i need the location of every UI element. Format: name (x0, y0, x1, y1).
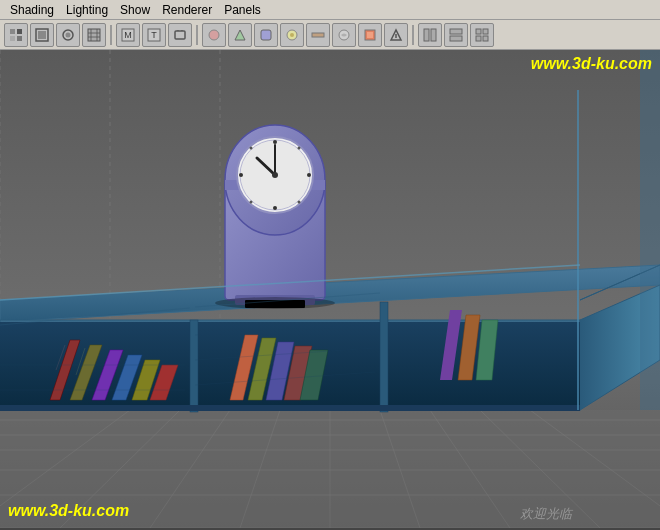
toolbar-btn-11[interactable] (280, 23, 304, 47)
svg-point-90 (298, 147, 301, 150)
svg-rect-26 (367, 32, 373, 38)
toolbar-btn-1[interactable] (4, 23, 28, 47)
toolbar-btn-12[interactable] (306, 23, 330, 47)
toolbar-btn-6[interactable]: T (142, 23, 166, 47)
menu-show[interactable]: Show (114, 3, 156, 17)
svg-rect-29 (431, 29, 436, 41)
toolbar-btn-5[interactable]: M (116, 23, 140, 47)
toolbar-separator-3 (412, 25, 414, 45)
svg-rect-20 (261, 30, 271, 40)
svg-rect-79 (0, 405, 580, 411)
svg-rect-101 (640, 50, 660, 410)
svg-point-99 (215, 297, 335, 309)
toolbar-btn-17[interactable] (444, 23, 468, 47)
svg-point-92 (298, 201, 301, 204)
svg-text:欢迎光临: 欢迎光临 (520, 506, 574, 521)
menu-bar: Shading Lighting Show Renderer Panels (0, 0, 660, 20)
svg-rect-23 (312, 33, 324, 37)
svg-rect-0 (10, 29, 15, 34)
svg-rect-34 (476, 36, 481, 41)
svg-marker-19 (235, 30, 245, 40)
toolbar: M T (0, 20, 660, 50)
svg-rect-8 (88, 29, 100, 41)
svg-rect-31 (450, 36, 462, 41)
scene-svg: 欢迎光临 (0, 50, 660, 528)
svg-point-95 (272, 172, 278, 178)
svg-rect-5 (38, 31, 46, 39)
svg-point-85 (273, 140, 277, 144)
svg-rect-32 (476, 29, 481, 34)
menu-panels[interactable]: Panels (218, 3, 267, 17)
svg-rect-3 (17, 36, 22, 41)
toolbar-btn-15[interactable] (384, 23, 408, 47)
toolbar-btn-2[interactable] (30, 23, 54, 47)
svg-rect-2 (10, 36, 15, 41)
toolbar-btn-8[interactable] (202, 23, 226, 47)
svg-point-22 (290, 33, 294, 37)
toolbar-btn-9[interactable] (228, 23, 252, 47)
svg-rect-30 (450, 29, 462, 34)
toolbar-btn-7[interactable] (168, 23, 192, 47)
svg-rect-60 (190, 320, 198, 412)
svg-point-88 (307, 173, 311, 177)
svg-point-7 (66, 32, 71, 37)
toolbar-btn-16[interactable] (418, 23, 442, 47)
toolbar-btn-3[interactable] (56, 23, 80, 47)
svg-rect-17 (175, 31, 185, 39)
svg-rect-1 (17, 29, 22, 34)
menu-renderer[interactable]: Renderer (156, 3, 218, 17)
svg-rect-28 (424, 29, 429, 41)
viewport[interactable]: www.3d-ku.com (0, 50, 660, 528)
svg-rect-33 (483, 29, 488, 34)
menu-shading[interactable]: Shading (4, 3, 60, 17)
svg-point-18 (209, 30, 219, 40)
toolbar-btn-18[interactable] (470, 23, 494, 47)
svg-point-87 (239, 173, 243, 177)
svg-text:M: M (124, 30, 132, 40)
svg-point-91 (250, 201, 253, 204)
toolbar-btn-4[interactable] (82, 23, 106, 47)
svg-point-89 (250, 147, 253, 150)
svg-rect-35 (483, 36, 488, 41)
toolbar-separator-1 (110, 25, 112, 45)
toolbar-btn-10[interactable] (254, 23, 278, 47)
svg-point-86 (273, 206, 277, 210)
svg-rect-61 (380, 302, 388, 412)
svg-text:T: T (151, 30, 157, 40)
menu-lighting[interactable]: Lighting (60, 3, 114, 17)
toolbar-btn-14[interactable] (358, 23, 382, 47)
toolbar-separator-2 (196, 25, 198, 45)
toolbar-btn-13[interactable] (332, 23, 356, 47)
